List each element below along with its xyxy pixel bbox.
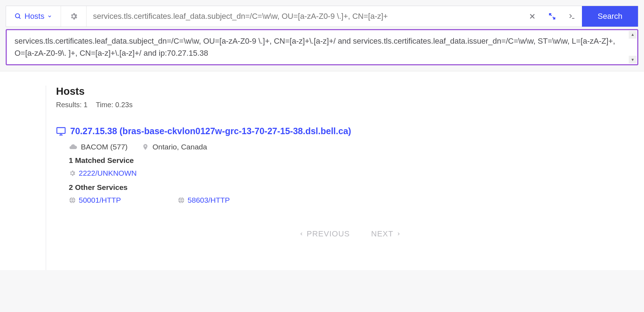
search-icon: [15, 13, 22, 20]
search-bar: Hosts Search: [6, 6, 638, 27]
result-title: 70.27.15.38 (bras-base-ckvlon0127w-grc-1…: [56, 126, 644, 136]
result-time: Time: 0.23s: [96, 101, 133, 109]
globe-icon: [178, 197, 185, 204]
chevron-left-icon: [299, 231, 304, 236]
asn-item: BACOM (577): [69, 143, 128, 151]
location-item: Ontario, Canada: [142, 143, 207, 151]
expanded-query-box[interactable]: services.tls.certificates.leaf_data.subj…: [6, 29, 638, 65]
close-icon: [529, 13, 536, 20]
svg-line-1: [19, 17, 21, 19]
globe-icon: [69, 197, 76, 204]
hosts-dropdown-label: Hosts: [24, 12, 44, 21]
collapse-icon: [549, 13, 556, 20]
cloud-icon: [69, 143, 77, 151]
location-icon: [142, 143, 149, 151]
sidebar-divider: [0, 86, 46, 270]
matched-label: 1 Matched Service: [56, 156, 644, 165]
query-scroll: ▲ ▼: [629, 31, 637, 64]
search-button[interactable]: Search: [582, 6, 638, 27]
other-label: 2 Other Services: [56, 183, 644, 192]
scroll-down-button[interactable]: ▼: [629, 56, 637, 64]
other-service-link[interactable]: 58603/HTTP: [178, 196, 230, 204]
monitor-icon: [56, 126, 66, 136]
location-text: Ontario, Canada: [152, 143, 207, 151]
scroll-up-button[interactable]: ▲: [629, 31, 637, 39]
next-button[interactable]: NEXT: [371, 229, 401, 239]
terminal-icon: [568, 13, 576, 20]
gear-icon: [70, 12, 78, 21]
clear-search-button[interactable]: [522, 6, 542, 27]
other-service-link[interactable]: 50001/HTTP: [69, 196, 121, 204]
pager: PREVIOUS NEXT: [56, 229, 644, 239]
hosts-dropdown[interactable]: Hosts: [6, 6, 61, 27]
search-input-cell: [87, 6, 522, 27]
chevron-down-icon: [47, 14, 52, 19]
result-count: Results: 1: [56, 101, 88, 109]
chevron-right-icon: [396, 231, 401, 236]
gear-icon: [69, 170, 76, 177]
console-button[interactable]: [562, 6, 582, 27]
host-link[interactable]: 70.27.15.38 (bras-base-ckvlon0127w-grc-1…: [70, 126, 351, 136]
page-title: Hosts: [56, 86, 644, 97]
result-stats: Results: 1 Time: 0.23s: [56, 101, 644, 109]
svg-point-0: [16, 14, 20, 18]
expanded-query-text: services.tls.certificates.leaf_data.subj…: [15, 37, 615, 58]
prev-button[interactable]: PREVIOUS: [299, 229, 350, 239]
matched-service-link[interactable]: 2222/UNKNOWN: [69, 169, 137, 177]
asn-text: BACOM (577): [81, 143, 128, 151]
settings-button[interactable]: [61, 6, 87, 27]
collapse-query-button[interactable]: [542, 6, 562, 27]
search-input[interactable]: [93, 12, 516, 21]
svg-rect-7: [57, 127, 65, 133]
